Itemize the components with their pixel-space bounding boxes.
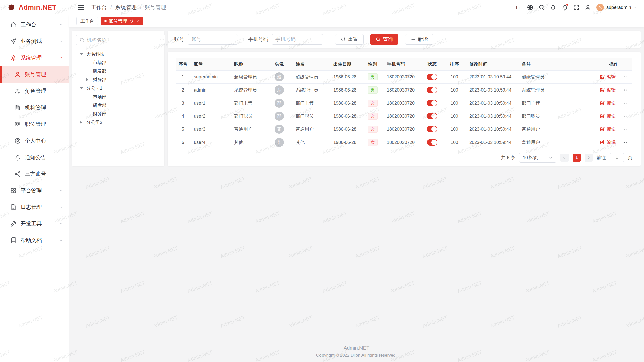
edit-button[interactable]: 编辑: [600, 87, 616, 93]
brand-logo[interactable]: Admin.NET: [0, 0, 69, 15]
edit-button-label: 编辑: [607, 113, 616, 119]
column-header: 序号: [176, 58, 190, 70]
sidebar-collapse-button[interactable]: [75, 2, 87, 13]
cell-name: 系统管理员: [292, 83, 329, 97]
tree-node[interactable]: 财务部: [76, 75, 160, 84]
home-icon: [10, 21, 17, 28]
add-button-label: 新增: [418, 36, 428, 43]
sidebar-item[interactable]: 三方账号: [0, 166, 69, 182]
edit-button[interactable]: 编辑: [600, 113, 616, 119]
topbar-action-button[interactable]: [525, 2, 536, 13]
account-input[interactable]: [188, 34, 238, 45]
tree-node[interactable]: 研发部: [76, 101, 160, 110]
status-toggle[interactable]: [427, 87, 437, 93]
sidebar-item[interactable]: 角色管理: [0, 83, 69, 99]
sidebar-item[interactable]: 系统管理: [0, 50, 69, 66]
topbar-action-button[interactable]: [536, 2, 547, 13]
sidebar-item[interactable]: 业务测试: [0, 33, 69, 50]
query-button[interactable]: 查询: [370, 34, 398, 45]
cell-name: 部门主管: [292, 97, 329, 110]
row-more-button[interactable]: [622, 100, 627, 106]
status-toggle[interactable]: [427, 74, 437, 80]
sidebar-item[interactable]: 职位管理: [0, 116, 69, 132]
page-content: 大名科技 市场部 研发部 财务部: [69, 27, 644, 362]
breadcrumb-item[interactable]: 账号管理: [137, 4, 166, 11]
edit-button[interactable]: 编辑: [600, 139, 616, 145]
user-menu[interactable]: superadmin: [596, 4, 637, 11]
topbar-action-button[interactable]: Tt: [513, 2, 524, 13]
row-more-button[interactable]: [622, 87, 627, 93]
tree-node[interactable]: 大名科技: [76, 50, 160, 58]
brand-logo-icon: [7, 3, 16, 12]
tree-node[interactable]: 市场部: [76, 58, 160, 67]
sidebar-item[interactable]: 工作台: [0, 16, 69, 33]
phone-input[interactable]: [272, 34, 323, 45]
cell-nickname: 系统管理员: [230, 83, 267, 97]
tab-close-icon[interactable]: [136, 19, 140, 23]
sidebar-item[interactable]: 开发工具: [0, 215, 69, 232]
chevron-down-icon: [59, 189, 63, 193]
tab[interactable]: 工作台: [76, 17, 98, 25]
cell-remark: 部门主管: [518, 97, 595, 110]
status-toggle[interactable]: [427, 100, 437, 106]
page-number-button[interactable]: 1: [573, 154, 581, 162]
tree-node[interactable]: 财务部: [76, 110, 160, 118]
column-header: 状态: [421, 58, 443, 70]
tree-node[interactable]: 分公司1: [76, 84, 160, 93]
cell-remark: 部门职员: [518, 110, 595, 123]
edit-button[interactable]: 编辑: [600, 74, 616, 80]
edit-button[interactable]: 编辑: [600, 100, 616, 106]
cell-phone: 18020030720: [383, 70, 421, 83]
work-row: 大名科技 市场部 研发部 财务部: [72, 31, 641, 166]
reset-button[interactable]: 重置: [335, 34, 364, 45]
sidebar-item[interactable]: 账号管理: [0, 66, 69, 83]
status-toggle[interactable]: [427, 139, 437, 146]
chevron-down-icon: [59, 23, 63, 27]
add-button[interactable]: 新增: [405, 34, 433, 45]
sidebar-item[interactable]: 个人中心: [0, 132, 69, 149]
status-toggle[interactable]: [427, 113, 437, 119]
topbar-action-button[interactable]: [582, 2, 593, 13]
topbar-action-button[interactable]: [548, 2, 559, 13]
sidebar-item[interactable]: 机构管理: [0, 99, 69, 116]
sidebar-item[interactable]: 通知公告: [0, 149, 69, 166]
cell-nickname: 部门主管: [230, 97, 267, 110]
sidebar-item[interactable]: 日志管理: [0, 199, 69, 215]
topbar-action-button[interactable]: [571, 2, 582, 13]
tab-refresh-icon[interactable]: [129, 19, 133, 23]
org-more-button[interactable]: [159, 35, 165, 45]
cell-nickname: 其他: [230, 136, 267, 149]
avatar: 其: [275, 138, 284, 147]
cell-no: 4: [176, 110, 190, 123]
chevron-left-icon: [562, 155, 567, 160]
row-more-button[interactable]: [622, 126, 627, 132]
tree-node[interactable]: 研发部: [76, 67, 160, 75]
row-more-button[interactable]: [622, 113, 627, 119]
cell-account: user4: [190, 136, 230, 149]
more-icon: [622, 113, 627, 119]
page-size-select[interactable]: 10条/页: [519, 153, 556, 163]
org-search-input[interactable]: [87, 37, 153, 43]
status-toggle[interactable]: [427, 126, 437, 132]
cell-account: user2: [190, 110, 230, 123]
cell-birthday: 1986-06-28: [329, 97, 362, 110]
row-more-button[interactable]: [622, 74, 627, 80]
topbar-action-button[interactable]: [559, 2, 570, 13]
prev-page-button[interactable]: [560, 154, 569, 162]
cell-account: superadmin: [190, 70, 230, 83]
breadcrumb-item[interactable]: 系统管理: [107, 4, 137, 11]
cell-phone: 18020030720: [383, 97, 421, 110]
breadcrumb-item[interactable]: 工作台: [91, 4, 107, 11]
sidebar-item[interactable]: 帮助文档: [0, 232, 69, 249]
tab[interactable]: 账号管理: [101, 17, 143, 25]
goto-page-input[interactable]: [610, 153, 624, 162]
sidebar-item[interactable]: 平台管理: [0, 182, 69, 199]
cell-order: 100: [443, 136, 465, 149]
edit-button[interactable]: 编辑: [600, 126, 616, 132]
tree-node[interactable]: 市场部: [76, 93, 160, 101]
next-page-button[interactable]: [585, 154, 593, 162]
tree-node[interactable]: 分公司2: [76, 118, 160, 127]
row-more-button[interactable]: [622, 140, 627, 145]
cell-modified: 2023-01-03 10:59:44: [465, 70, 518, 83]
sidebar-item-label: 三方账号: [25, 170, 46, 177]
